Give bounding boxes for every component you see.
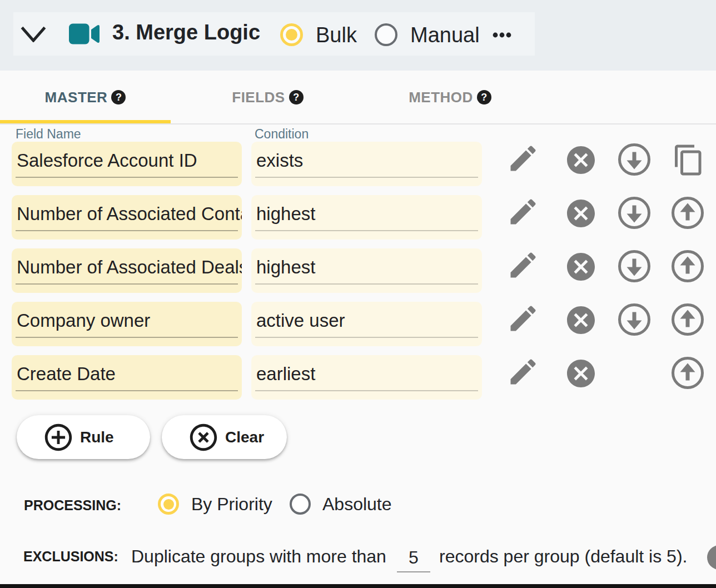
edit-icon[interactable] bbox=[506, 142, 540, 175]
section-header: 3. Merge Logic Bulk Manual bbox=[0, 0, 716, 71]
input-underline bbox=[16, 337, 238, 338]
field-name-input[interactable]: Company owner bbox=[12, 302, 242, 346]
close-circle-icon bbox=[187, 421, 220, 454]
merge-logic-panel: 3. Merge Logic Bulk Manual MASTER ? FIEL… bbox=[0, 0, 716, 588]
tab-master[interactable]: MASTER ? bbox=[0, 71, 180, 124]
absolute-radio[interactable] bbox=[290, 494, 311, 515]
rule-row: Salesforce Account ID exists bbox=[12, 142, 716, 186]
radio-dot bbox=[163, 499, 174, 510]
input-underline bbox=[255, 283, 478, 285]
floating-help-button[interactable] bbox=[707, 545, 716, 570]
tab-bar: MASTER ? FIELDS ? METHOD ? bbox=[0, 71, 716, 124]
edit-icon[interactable] bbox=[506, 302, 540, 335]
input-underline bbox=[16, 390, 238, 391]
help-icon[interactable]: ? bbox=[111, 90, 126, 104]
move-down-icon[interactable] bbox=[618, 196, 651, 230]
column-header-field-name: Field Name bbox=[16, 126, 81, 142]
radio-dot bbox=[286, 29, 297, 41]
move-down-icon[interactable] bbox=[618, 303, 651, 336]
move-down-icon[interactable] bbox=[618, 143, 651, 176]
manual-radio[interactable] bbox=[375, 23, 397, 46]
move-up-icon[interactable] bbox=[671, 250, 704, 283]
field-name-input[interactable]: Number of Associated Contacts bbox=[12, 195, 242, 240]
cancel-icon[interactable] bbox=[564, 250, 598, 283]
cancel-icon[interactable] bbox=[564, 357, 598, 390]
condition-input[interactable]: earliest bbox=[251, 355, 482, 400]
field-name-input[interactable]: Number of Associated Deals bbox=[12, 248, 242, 293]
edit-icon[interactable] bbox=[506, 195, 540, 228]
condition-input[interactable]: exists bbox=[251, 142, 482, 186]
manual-radio-label[interactable]: Manual bbox=[410, 24, 480, 46]
more-horiz-icon[interactable] bbox=[491, 30, 513, 40]
copy-icon[interactable] bbox=[672, 143, 705, 177]
input-underline bbox=[255, 177, 478, 178]
cancel-icon[interactable] bbox=[564, 143, 598, 177]
input-underline bbox=[16, 283, 238, 285]
condition-input[interactable]: highest bbox=[251, 195, 482, 240]
help-icon[interactable]: ? bbox=[289, 90, 304, 104]
exclusions-label: EXCLUSIONS: bbox=[23, 545, 118, 568]
input-underline bbox=[16, 177, 238, 178]
rule-row: Number of Associated Deals highest bbox=[12, 248, 716, 293]
edit-icon[interactable] bbox=[506, 248, 540, 282]
exclusions-text-after: records per group (default is 5). bbox=[439, 545, 687, 568]
tab-master-label: MASTER bbox=[45, 89, 108, 106]
active-tab-indicator bbox=[0, 120, 171, 123]
move-up-icon[interactable] bbox=[671, 196, 704, 230]
move-up-icon[interactable] bbox=[671, 356, 704, 390]
move-down-icon[interactable] bbox=[618, 250, 651, 283]
input-underline bbox=[255, 337, 478, 338]
tab-fields-label: FIELDS bbox=[232, 89, 285, 106]
rule-row: Create Date earliest bbox=[12, 355, 716, 400]
help-icon[interactable]: ? bbox=[477, 90, 491, 104]
move-up-icon[interactable] bbox=[671, 303, 704, 336]
exclusions-count-input[interactable]: 5 bbox=[397, 545, 430, 572]
absolute-radio-label[interactable]: Absolute bbox=[322, 492, 392, 516]
input-underline bbox=[255, 230, 478, 231]
bulk-radio[interactable] bbox=[280, 23, 303, 46]
column-header-condition: Condition bbox=[255, 126, 309, 142]
field-name-input[interactable]: Create Date bbox=[12, 355, 242, 400]
tab-fields[interactable]: FIELDS ? bbox=[171, 71, 353, 124]
add-circle-icon bbox=[42, 421, 74, 454]
exclusions-text-before: Duplicate groups with more than bbox=[131, 545, 386, 568]
cancel-icon[interactable] bbox=[564, 197, 598, 230]
tab-method-label: METHOD bbox=[409, 89, 473, 106]
add-rule-button[interactable]: Rule bbox=[17, 415, 150, 459]
page-title: 3. Merge Logic bbox=[112, 22, 260, 43]
by-priority-radio[interactable] bbox=[158, 494, 179, 515]
input-underline bbox=[16, 230, 238, 231]
bulk-radio-label[interactable]: Bulk bbox=[316, 24, 357, 46]
processing-label: PROCESSING: bbox=[24, 494, 121, 517]
input-underline bbox=[255, 390, 478, 391]
videocam-icon bbox=[69, 23, 100, 44]
rule-row: Number of Associated Contacts highest bbox=[12, 195, 716, 240]
bottom-divider bbox=[0, 584, 716, 588]
field-name-input[interactable]: Salesforce Account ID bbox=[12, 142, 242, 186]
rules-table: Salesforce Account ID exists Number of A… bbox=[12, 142, 716, 400]
cancel-icon[interactable] bbox=[564, 303, 598, 337]
clear-button-label: Clear bbox=[225, 428, 264, 446]
tab-method[interactable]: METHOD ? bbox=[341, 71, 535, 124]
rule-row: Company owner active user bbox=[12, 302, 716, 346]
condition-input[interactable]: highest bbox=[251, 248, 482, 293]
condition-input[interactable]: active user bbox=[251, 302, 482, 346]
chevron-down-icon[interactable] bbox=[21, 26, 46, 42]
add-rule-button-label: Rule bbox=[80, 428, 114, 446]
by-priority-radio-label[interactable]: By Priority bbox=[191, 492, 272, 516]
clear-button[interactable]: Clear bbox=[162, 415, 287, 459]
edit-icon[interactable] bbox=[506, 355, 540, 388]
